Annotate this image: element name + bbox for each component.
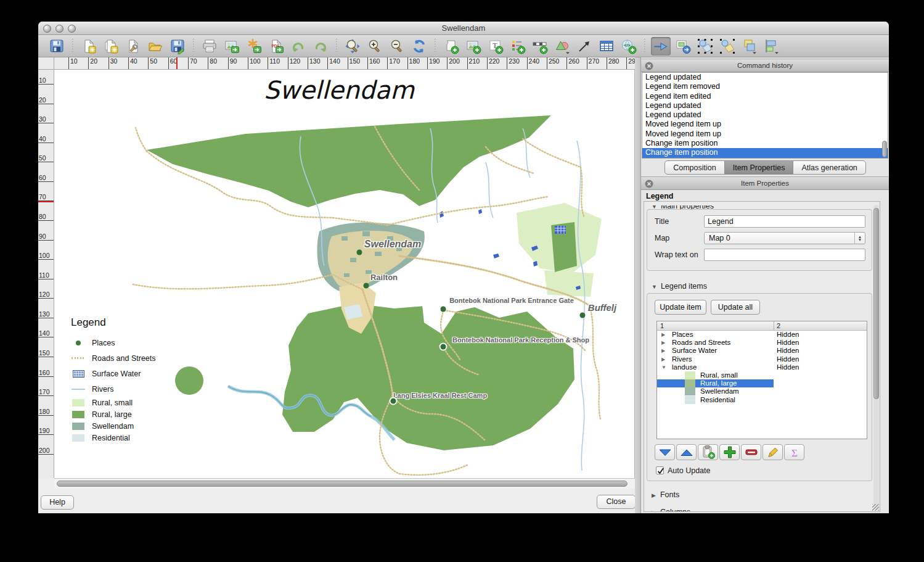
help-button[interactable]: Help (41, 495, 74, 510)
add-map-button[interactable] (441, 37, 461, 56)
resize-grip-icon[interactable] (872, 504, 879, 511)
print-button[interactable] (200, 37, 219, 56)
tree-item-label: Rural, large (700, 379, 737, 387)
load-template-icon (147, 38, 163, 54)
expand-triangle-icon[interactable]: ▶ (661, 347, 665, 355)
ruler-tick: 100 (248, 57, 261, 70)
history-item[interactable]: Change item position (642, 139, 888, 148)
group-items-button[interactable] (695, 37, 715, 56)
toolbar-separator (69, 39, 76, 54)
history-item[interactable]: Change item position (642, 148, 888, 157)
command-history-list[interactable]: Legend updatedLegend item removedLegend … (642, 72, 888, 159)
vscroll-thumb[interactable] (873, 208, 879, 399)
composition-manager-button[interactable] (123, 37, 143, 56)
add-image-button[interactable] (464, 37, 483, 56)
update-item-button[interactable]: Update item (655, 300, 706, 315)
history-item[interactable]: Legend updated (642, 73, 888, 82)
expand-triangle-icon[interactable]: ▶ (661, 355, 665, 363)
legend-title-input[interactable] (704, 215, 865, 228)
remove-item-button[interactable] (741, 444, 761, 460)
new-composition-button[interactable] (79, 37, 99, 56)
expand-triangle-icon[interactable]: ▶ (661, 331, 665, 339)
legend-tree-row[interactable]: ▶PlacesHidden (657, 331, 867, 339)
close-window-icon[interactable] (43, 25, 51, 33)
move-down-button[interactable] (655, 444, 675, 460)
save-project-button[interactable] (47, 37, 67, 56)
add-item-button[interactable] (719, 444, 740, 460)
expand-triangle-icon[interactable]: ▶ (661, 339, 665, 347)
select-move-item-button[interactable] (651, 37, 671, 56)
history-item[interactable]: Legend updated (642, 110, 888, 120)
undo-button[interactable] (288, 37, 308, 56)
history-item[interactable]: Legend updated (642, 101, 888, 110)
align-items-button[interactable] (762, 37, 782, 56)
tab-composition[interactable]: Composition (664, 160, 724, 175)
legend-tree-row[interactable]: Residential (657, 396, 867, 404)
fonts-section[interactable]: ▶Fonts (652, 490, 679, 499)
duplicate-composition-button[interactable] (101, 37, 121, 56)
map-legend-item[interactable]: Legend PlacesRoads and StreetsSurface Wa… (71, 316, 216, 444)
update-all-button[interactable]: Update all (711, 300, 760, 315)
map-select[interactable]: Map 0 ▲▼ (704, 232, 865, 244)
tab-atlas-generation[interactable]: Atlas generation (793, 160, 865, 175)
close-panel-icon[interactable] (645, 180, 653, 188)
add-html-button[interactable]: </> (619, 37, 639, 56)
map-place-label: Swellendam (364, 239, 421, 250)
legend-tree-row[interactable]: ▶Roads and StreetsHidden (657, 339, 867, 347)
close-panel-icon[interactable] (645, 62, 653, 70)
ruler-tick: 270 (587, 57, 600, 70)
wrap-text-input[interactable] (704, 249, 865, 261)
command-history-scrollbar[interactable] (882, 141, 887, 157)
auto-update-checkbox[interactable] (656, 466, 664, 474)
legend-items-header[interactable]: ▼Legend items (652, 282, 707, 291)
legend-tree-row[interactable]: ▶Surface WaterHidden (657, 347, 867, 355)
zoom-full-button[interactable] (343, 37, 362, 56)
legend-tree-row[interactable]: Rural, small (657, 371, 867, 379)
zoom-in-button[interactable] (365, 37, 385, 56)
zoom-window-icon[interactable] (68, 25, 76, 33)
add-scalebar-button[interactable] (530, 37, 550, 56)
ungroup-items-button[interactable] (718, 37, 737, 56)
move-up-button[interactable] (676, 444, 697, 460)
title-bar[interactable]: Swellendam (38, 22, 889, 35)
close-button[interactable]: Close (597, 495, 636, 509)
paste-item-button[interactable] (698, 444, 718, 460)
raise-items-button[interactable] (740, 37, 759, 56)
composition-canvas[interactable]: Swellendam Legend PlacesRoads and Street… (54, 70, 635, 478)
move-item-content-button[interactable] (673, 37, 693, 56)
redo-button[interactable] (311, 37, 330, 56)
legend-tree-row[interactable]: Swellendam (657, 387, 867, 395)
canvas-horizontal-scrollbar[interactable] (54, 478, 635, 489)
refresh-view-button[interactable] (409, 37, 429, 56)
add-shape-button[interactable] (552, 37, 572, 56)
history-item[interactable]: Moved legend item up (642, 130, 888, 139)
export-pdf-button[interactable]: PDF (266, 37, 286, 56)
legend-items-table[interactable]: 1 2 ▶PlacesHidden▶Roads and StreetsHidde… (656, 321, 867, 439)
dock-divider[interactable] (635, 57, 641, 513)
sum-items-button[interactable]: Σ (784, 444, 804, 460)
add-arrow-button[interactable] (574, 37, 594, 56)
history-item[interactable]: Legend item edited (642, 92, 888, 101)
add-legend-button[interactable] (508, 37, 528, 56)
save-as-template-button[interactable] (168, 37, 187, 56)
legend-tree-row[interactable]: ▼landuseHidden (657, 363, 867, 371)
hscroll-thumb[interactable] (57, 481, 628, 487)
stepper-icon[interactable]: ▲▼ (854, 233, 865, 244)
add-attribute-table-button[interactable] (597, 37, 616, 56)
legend-tree-row[interactable]: ▶RiversHidden (657, 355, 867, 363)
map-title-label[interactable]: Swellendam (264, 76, 414, 104)
minimize-window-icon[interactable] (55, 25, 63, 33)
history-item[interactable]: Moved legend item up (642, 120, 888, 129)
zoom-out-button[interactable] (387, 37, 407, 56)
edit-item-button[interactable] (763, 444, 783, 460)
panel-vertical-scrollbar[interactable] (873, 205, 879, 510)
columns-section[interactable]: ▶Columns (652, 508, 690, 512)
history-item[interactable]: Legend item removed (642, 82, 888, 91)
tab-item-properties[interactable]: Item Properties (724, 160, 794, 175)
export-image-button[interactable] (222, 37, 242, 56)
export-svg-button[interactable] (244, 37, 264, 56)
load-template-button[interactable] (145, 37, 165, 56)
add-label-button[interactable]: T (486, 37, 505, 56)
legend-tree-row[interactable]: Rural, large (657, 379, 867, 387)
collapse-triangle-icon[interactable]: ▼ (661, 363, 666, 371)
